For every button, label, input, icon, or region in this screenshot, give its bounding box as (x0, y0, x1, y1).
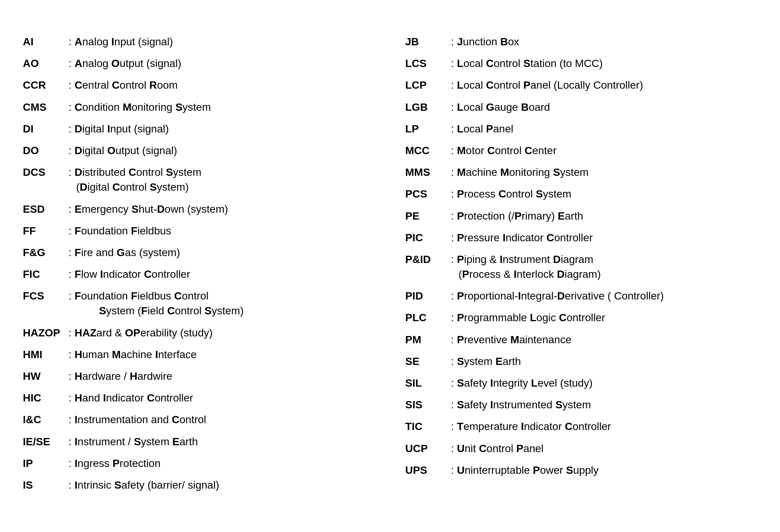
abbr-definition: Protection (/Primary) Earth (457, 209, 583, 223)
abbr-definition: Emergency Shut-Down (system) (75, 202, 228, 217)
abbr-definition: Hardware / Hardwire (75, 369, 173, 384)
list-item: IP : Ingress Protection (23, 456, 375, 471)
abbr-colon: : (451, 376, 454, 390)
abbr-code: SE (405, 354, 451, 369)
abbr-definition: Central Control Room (75, 78, 178, 92)
list-item: LCS : Local Control Station (to MCC) (405, 56, 757, 71)
list-item: PLC : Programmable Logic Controller (405, 310, 757, 325)
abbr-definition: Digital Output (signal) (75, 143, 177, 158)
abbr-code: MMS (405, 165, 451, 180)
abbr-colon: : (69, 100, 72, 115)
abbr-code: HAZOP (23, 325, 69, 340)
abbr-colon: : (451, 310, 454, 325)
list-item: FIC : Flow Indicator Controller (23, 267, 375, 282)
abbr-colon: : (69, 34, 72, 49)
abbr-definition: Safety Integrity Level (study) (457, 376, 593, 390)
abbr-code: PCS (405, 186, 451, 201)
abbr-colon: : (69, 121, 72, 136)
abbr-definition: Digital Input (signal) (75, 121, 169, 136)
abbr-code: PID (405, 288, 451, 303)
abbr-colon: : (69, 288, 72, 303)
abbr-colon: : (451, 419, 454, 434)
abbr-definition: Process Control System (457, 186, 571, 201)
abbr-code: F&G (23, 245, 69, 260)
abbr-definition: Local Gauge Board (457, 100, 550, 115)
abbr-colon: : (69, 223, 72, 238)
abbr-code: MCC (405, 143, 451, 158)
list-item: SIL : Safety Integrity Level (study) (405, 376, 757, 390)
abbr-code: PM (405, 332, 451, 347)
abbr-code: UCP (405, 441, 451, 456)
list-item: FCS : Foundation Fieldbus ControlSystem … (23, 288, 375, 318)
abbr-colon: : (69, 267, 72, 282)
abbr-definition: Local Control Station (to MCC) (457, 56, 603, 71)
list-item: PIC : Pressure Indicator Controller (405, 230, 757, 245)
right-column: JB : Junction BoxLCS : Local Control Sta… (405, 34, 757, 484)
abbr-code: P&ID (405, 252, 451, 267)
abbr-code: PE (405, 209, 451, 223)
abbr-code: FF (23, 223, 69, 238)
list-item: CMS : Condition Monitoring System (23, 100, 375, 115)
abbr-colon: : (69, 325, 72, 340)
abbr-code: AI (23, 34, 69, 49)
abbr-colon: : (451, 56, 454, 71)
list-item: LP : Local Panel (405, 121, 757, 136)
abbr-code: DO (23, 143, 69, 158)
list-item: UCP : Unit Control Panel (405, 441, 757, 456)
abbr-code: TIC (405, 419, 451, 434)
list-item: PM : Preventive Maintenance (405, 332, 757, 347)
abbr-colon: : (451, 34, 454, 49)
abbr-definition: Foundation Fieldbus Control (75, 288, 209, 303)
content-grid: AI : Analog Input (signal)AO : Analog Ou… (23, 34, 757, 499)
list-item: HMI : Human Machine Interface (23, 347, 375, 362)
abbr-code: JB (405, 34, 451, 49)
abbr-continuation: System (Field Control System) (23, 303, 375, 318)
abbr-colon: : (69, 56, 72, 71)
abbr-code: LGB (405, 100, 451, 115)
abbr-definition: Ingress Protection (75, 456, 161, 471)
abbr-colon: : (451, 332, 454, 347)
abbr-colon: : (451, 463, 454, 478)
list-item: HAZOP : HAZard & OPerability (study) (23, 325, 375, 340)
abbr-definition: Hand Indicator Controller (75, 390, 193, 405)
abbr-definition: Temperature Indicator Controller (457, 419, 611, 434)
abbr-colon: : (69, 412, 72, 427)
list-item: DCS : Distributed Control System(Digital… (23, 165, 375, 194)
left-column: AI : Analog Input (signal)AO : Analog Ou… (23, 34, 375, 499)
abbr-definition: Unit Control Panel (457, 441, 543, 456)
abbr-code: HIC (23, 390, 69, 405)
abbr-colon: : (451, 354, 454, 369)
abbr-definition: Distributed Control System (75, 165, 201, 180)
abbr-colon: : (69, 390, 72, 405)
abbr-continuation: (Digital Control System) (23, 180, 375, 194)
list-item: HIC : Hand Indicator Controller (23, 390, 375, 405)
abbr-code: IE/SE (23, 434, 69, 449)
abbr-definition: Foundation Fieldbus (75, 223, 171, 238)
abbr-definition: Human Machine Interface (75, 347, 197, 362)
abbr-definition: Programmable Logic Controller (457, 310, 605, 325)
abbr-definition: Local Panel (457, 121, 513, 136)
abbr-code: DI (23, 121, 69, 136)
abbr-definition: Fire and Gas (system) (75, 245, 180, 260)
abbr-definition: Pressure Indicator Controller (457, 230, 593, 245)
abbr-definition: Piping & Instrument Diagram (457, 252, 593, 267)
abbr-code: LP (405, 121, 451, 136)
list-item: CCR : Central Control Room (23, 78, 375, 92)
list-item: P&ID : Piping & Instrument Diagram(Proce… (405, 252, 757, 282)
abbr-definition: Junction Box (457, 34, 519, 49)
abbr-definition: Local Control Panel (Locally Controller) (457, 78, 643, 92)
abbr-colon: : (451, 252, 454, 267)
abbr-code: UPS (405, 463, 451, 478)
abbr-definition: Proportional-Integral-Derivative ( Contr… (457, 288, 664, 303)
abbr-colon: : (69, 78, 72, 92)
abbr-code: LCP (405, 78, 451, 92)
list-item: DI : Digital Input (signal) (23, 121, 375, 136)
list-item: AO : Analog Output (signal) (23, 56, 375, 71)
abbr-colon: : (69, 456, 72, 471)
list-item: F&G : Fire and Gas (system) (23, 245, 375, 260)
abbr-code: CMS (23, 100, 69, 115)
abbr-colon: : (451, 121, 454, 136)
abbr-definition: Instrument / System Earth (75, 434, 198, 449)
list-item: PID : Proportional-Integral-Derivative (… (405, 288, 757, 303)
abbr-colon: : (451, 165, 454, 180)
